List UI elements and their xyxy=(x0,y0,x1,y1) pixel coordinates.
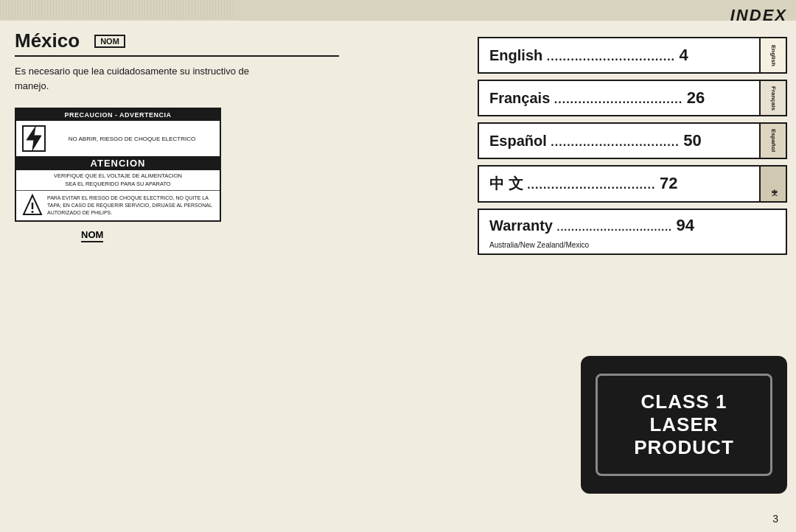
tab-francais[interactable]: Français xyxy=(759,81,786,115)
tab-chinese[interactable]: 中文 xyxy=(759,167,786,201)
index-item-chinese[interactable]: 中 文 ................................ 72 … xyxy=(478,165,787,203)
left-panel: México NOM Es necesario que lea cuidados… xyxy=(15,21,339,242)
mexico-title: México xyxy=(15,29,80,52)
nom-bottom: NOM xyxy=(81,229,103,242)
tab-english[interactable]: English xyxy=(759,38,786,72)
warning-middle: NO ABRIR, RIESGO DE CHOQUE ELECTRICO xyxy=(16,121,220,156)
lightning-icon xyxy=(22,125,46,152)
svg-point-4 xyxy=(32,211,34,213)
index-item-warranty[interactable]: Warranty ...............................… xyxy=(478,209,787,255)
exclamation-icon xyxy=(22,194,43,217)
index-item-english[interactable]: English ................................… xyxy=(478,37,787,74)
warning-bottom: PARA EVITAR EL RIESGO DE CHOQUE ELECTRIC… xyxy=(16,190,220,220)
index-label-espanol: Español ................................… xyxy=(479,124,759,158)
top-noise xyxy=(0,0,796,21)
warning-box: PRECAUCION - ADVERTENCIA NO ABRIR, RIESG… xyxy=(15,108,221,222)
warning-bottom-text: PARA EVITAR EL RIESGO DE CHOQUE ELECTRIC… xyxy=(47,195,214,216)
page-number: 3 xyxy=(772,513,778,525)
index-item-francais[interactable]: Français ...............................… xyxy=(478,80,787,116)
svg-marker-0 xyxy=(27,127,41,150)
laser-product-text: LASER PRODUCT xyxy=(610,413,758,459)
index-item-espanol[interactable]: Español ................................… xyxy=(478,122,787,159)
mexico-description: Es necesario que lea cuidadosamente su i… xyxy=(15,64,339,93)
atencion-bar: ATENCION xyxy=(16,156,220,170)
index-header: INDEX xyxy=(730,6,787,25)
mexico-header: México NOM xyxy=(15,29,339,57)
right-panel: English ................................… xyxy=(478,37,787,261)
laser-inner: CLASS 1 LASER PRODUCT xyxy=(596,374,772,476)
warning-top-bar: PRECAUCION - ADVERTENCIA xyxy=(16,109,220,121)
warranty-subtitle: Australia/New Zealand/Mexico xyxy=(479,241,786,253)
warning-sub-text: VERIFIQUE QUE EL VOLTAJE DE ALIMENTACION… xyxy=(16,170,220,190)
laser-class-text: CLASS 1 xyxy=(610,391,758,413)
index-label-chinese: 中 文 ................................ 72 xyxy=(479,167,759,201)
nom-badge-top: NOM xyxy=(94,35,125,48)
tab-espanol[interactable]: Español xyxy=(759,124,786,158)
warning-middle-text: NO ABRIR, RIESGO DE CHOQUE ELECTRICO xyxy=(50,136,214,142)
laser-product-box: CLASS 1 LASER PRODUCT xyxy=(581,356,787,494)
index-label-francais: Français ...............................… xyxy=(479,81,759,115)
index-label-english: English ................................… xyxy=(479,38,759,72)
page: INDEX México NOM Es necesario que lea cu… xyxy=(0,0,796,532)
